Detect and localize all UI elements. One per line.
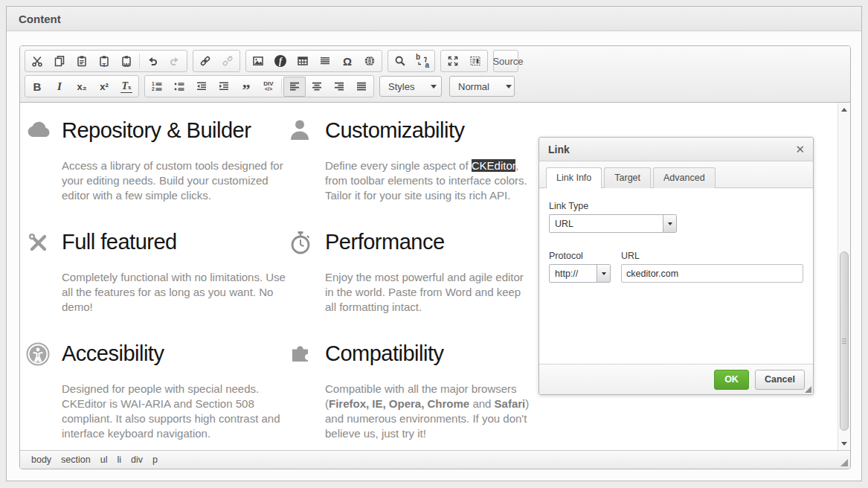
editor-toolbar: T W <box>20 46 850 103</box>
tab-target[interactable]: Target <box>604 167 651 188</box>
feature-section: Accesibility Designed for people with sp… <box>26 326 289 441</box>
selected-text: CKEditor <box>472 159 515 172</box>
link-icon[interactable] <box>194 51 216 71</box>
image-icon[interactable] <box>247 51 269 71</box>
format-dropdown[interactable]: Normal <box>449 76 515 97</box>
link-dialog: Link ✕ Link Info Target Advanced Link Ty… <box>539 137 814 395</box>
subscript-icon[interactable]: x₂ <box>71 77 93 97</box>
tools-group <box>440 50 488 72</box>
find-icon[interactable] <box>389 51 411 71</box>
tab-advanced[interactable]: Advanced <box>653 167 716 188</box>
link-type-select[interactable]: URL <box>549 214 677 233</box>
horizontal-rule-icon[interactable] <box>314 51 336 71</box>
italic-icon[interactable]: I <box>48 77 71 97</box>
source-button[interactable]: Source <box>495 51 517 71</box>
path-item-p[interactable]: p <box>152 455 158 465</box>
stopwatch-icon <box>289 231 313 254</box>
feature-section: Compatibility Compatible with all the ma… <box>289 326 535 441</box>
paste-icon[interactable] <box>71 51 93 71</box>
styles-dropdown[interactable]: Styles <box>379 76 442 97</box>
protocol-url-row: Protocol http:// URL <box>549 251 803 283</box>
close-icon[interactable]: ✕ <box>795 144 805 155</box>
feature-body: Access a library of custom tools designe… <box>62 158 289 203</box>
align-justify-icon[interactable] <box>350 77 373 97</box>
special-char-icon[interactable]: Ω <box>336 51 359 71</box>
panel-title: Content <box>19 13 61 25</box>
numbered-list-icon[interactable]: 12 <box>146 77 168 97</box>
select-arrow-icon[interactable] <box>597 265 610 282</box>
path-item-section[interactable]: section <box>61 455 91 465</box>
vertical-scrollbar[interactable] <box>838 103 850 450</box>
editor-resize-grip-icon[interactable] <box>840 459 848 466</box>
feature-title: Repository & Builder <box>62 118 289 143</box>
user-icon <box>289 119 313 143</box>
select-arrow-icon[interactable] <box>663 215 676 232</box>
scroll-up-arrow-icon[interactable] <box>838 103 850 115</box>
superscript-icon[interactable]: x² <box>93 77 115 97</box>
content-panel: Content T <box>6 6 862 481</box>
feature-body: Completely functional with no limitation… <box>62 270 289 315</box>
scrollbar-thumb[interactable] <box>840 251 849 431</box>
paragraph-group: 12 ” DIV</> <box>144 75 374 97</box>
cut-icon[interactable] <box>26 51 48 71</box>
copy-icon[interactable] <box>48 51 71 71</box>
maximize-icon[interactable] <box>442 51 464 71</box>
link-dialog-titlebar[interactable]: Link ✕ <box>539 138 813 161</box>
paste-text-icon[interactable]: T <box>93 51 115 71</box>
align-left-icon[interactable] <box>283 77 306 97</box>
feature-title: Full featured <box>62 229 289 254</box>
toolbar-separator <box>139 54 140 68</box>
indent-icon[interactable] <box>213 77 235 97</box>
url-input[interactable] <box>621 264 803 283</box>
chevron-down-icon <box>506 85 512 89</box>
div-container-icon[interactable]: DIV</> <box>257 77 280 97</box>
blockquote-icon[interactable]: ” <box>235 77 257 97</box>
table-icon[interactable] <box>292 51 314 71</box>
feature-body: Define every single aspect of CKEditor, … <box>325 158 535 203</box>
feature-title: Compatibility <box>325 341 535 366</box>
feature-section: Customizability Define every single aspe… <box>289 103 535 214</box>
link-dialog-footer: OK Cancel <box>539 364 813 394</box>
feature-body: Designed for people with special needs. … <box>62 382 289 441</box>
ok-button[interactable]: OK <box>714 370 749 390</box>
flash-icon[interactable]: f <box>269 51 292 71</box>
toolbar-row-1: T W <box>25 50 846 72</box>
link-group <box>193 50 240 72</box>
protocol-select[interactable]: http:// <box>549 264 611 283</box>
remove-format-icon[interactable]: Tx <box>115 77 138 97</box>
link-dialog-title: Link <box>548 144 570 155</box>
feature-section: Repository & Builder Access a library of… <box>26 103 289 214</box>
basicstyles-group: B I x₂ x² Tx <box>25 75 139 97</box>
path-item-div[interactable]: div <box>131 455 143 465</box>
replace-icon[interactable]: b a <box>411 51 434 71</box>
cancel-button[interactable]: Cancel <box>755 370 805 390</box>
unlink-icon[interactable] <box>216 51 239 71</box>
feature-title: Accesibility <box>62 341 289 366</box>
tab-link-info[interactable]: Link Info <box>546 167 602 188</box>
toolbar-separator <box>281 79 282 94</box>
path-item-ul[interactable]: ul <box>100 455 108 465</box>
bulleted-list-icon[interactable] <box>168 77 190 97</box>
panel-titlebar: Content <box>7 7 861 31</box>
show-blocks-icon[interactable] <box>464 51 486 71</box>
align-right-icon[interactable] <box>328 77 350 97</box>
iframe-icon[interactable] <box>359 51 381 71</box>
undo-icon[interactable] <box>141 51 164 71</box>
clipboard-group: T W <box>25 50 187 72</box>
scrollbar-grip <box>842 338 846 345</box>
align-center-icon[interactable] <box>306 77 328 97</box>
redo-icon[interactable] <box>164 51 186 71</box>
editing-area[interactable]: Repository & Builder Access a library of… <box>20 103 850 450</box>
bold-icon[interactable]: B <box>26 77 48 97</box>
protocol-label: Protocol <box>549 251 621 261</box>
dialog-resize-grip-icon[interactable] <box>805 386 811 393</box>
accessibility-icon <box>26 342 50 366</box>
scroll-down-arrow-icon[interactable] <box>838 437 850 449</box>
source-group: Source <box>493 50 518 72</box>
path-item-li[interactable]: li <box>117 455 121 465</box>
paste-word-icon[interactable]: W <box>115 51 138 71</box>
insert-group: f Ω <box>245 50 382 72</box>
path-item-body[interactable]: body <box>31 455 51 465</box>
outdent-icon[interactable] <box>190 77 213 97</box>
toolbar-row-2: B I x₂ x² Tx 12 <box>25 75 846 97</box>
